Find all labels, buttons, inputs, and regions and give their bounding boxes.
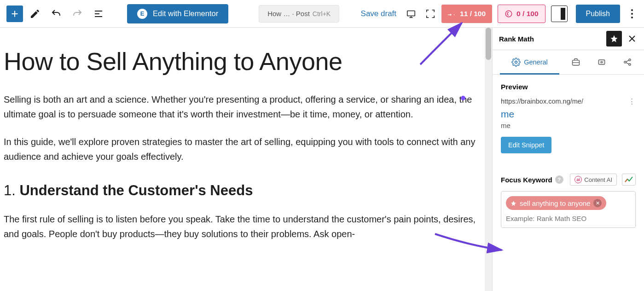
svg-point-9 [624, 61, 626, 63]
top-toolbar: E Edit with Elementor How … · Post Ctrl+… [0, 0, 644, 28]
scrollbar-thumb[interactable] [486, 28, 491, 60]
svg-point-5 [515, 61, 517, 64]
edit-with-elementor-button[interactable]: E Edit with Elementor [127, 4, 228, 23]
tab-social[interactable] [615, 50, 640, 74]
star-icon [610, 35, 618, 43]
star-icon [511, 200, 516, 206]
sidebar-toggle-button[interactable] [551, 6, 568, 22]
undo-button[interactable] [47, 5, 65, 23]
schema-icon [597, 58, 606, 67]
command-shortcut: Ctrl+K [313, 10, 331, 17]
seo-score-value: 11 / 100 [460, 10, 486, 18]
close-sidebar-button[interactable] [627, 33, 638, 44]
editor-canvas[interactable]: How to Sell Anything to Anyone Selling i… [0, 28, 485, 291]
svg-point-2 [631, 9, 633, 11]
document-outline-button[interactable] [89, 5, 108, 23]
preview-url-menu[interactable]: ⋮ [628, 98, 636, 105]
save-draft-button[interactable]: Save draft [361, 9, 397, 18]
tab-advanced[interactable] [563, 50, 589, 74]
add-block-button[interactable] [6, 6, 23, 22]
svg-point-4 [631, 17, 633, 18]
svg-point-3 [631, 13, 633, 15]
tab-label: General [524, 58, 548, 66]
svg-point-11 [629, 64, 631, 65]
gear-icon [511, 58, 521, 67]
post-title[interactable]: How to Sell Anything to Anyone [4, 47, 481, 76]
svg-point-1 [505, 11, 512, 17]
paragraph-block[interactable]: The first rule of selling is to listen b… [4, 212, 481, 241]
preview-title: me [501, 109, 636, 120]
pin-icon [448, 10, 456, 18]
share-icon [623, 58, 632, 67]
preview-description: me [501, 122, 636, 129]
publish-label: Publish [586, 10, 610, 18]
preview-url-text: https://brainbox.com.ng/me/ [501, 98, 583, 105]
focus-keyword-input[interactable] [506, 215, 631, 222]
publish-button[interactable]: Publish [576, 5, 620, 23]
tab-general[interactable]: General [496, 50, 563, 74]
svg-rect-0 [407, 11, 415, 16]
star-button[interactable] [606, 31, 622, 47]
keyword-pill-text: sell anything to anyone [520, 199, 590, 207]
ai-score-value: 0 / 100 [516, 10, 538, 18]
ai-icon [505, 10, 513, 18]
briefcase-icon [571, 58, 580, 67]
svg-point-10 [629, 59, 631, 61]
view-desktop-icon[interactable] [403, 6, 419, 22]
edit-tool-button[interactable] [26, 5, 44, 23]
trends-button[interactable] [622, 174, 636, 186]
trend-icon [625, 176, 633, 183]
edit-snippet-button[interactable]: Edit Snippet [501, 137, 551, 153]
sidebar-title: Rank Math [499, 35, 602, 43]
content-ai-button[interactable]: ai Content AI [570, 174, 617, 186]
rank-math-sidebar: Rank Math General Preview [492, 28, 644, 291]
paragraph-block[interactable]: In this guide, we'll explore proven stra… [4, 134, 481, 164]
floating-action-indicator[interactable] [461, 96, 465, 100]
svg-rect-7 [598, 60, 604, 64]
more-options-button[interactable] [627, 9, 638, 18]
view-responsive-icon[interactable] [422, 6, 439, 22]
elementor-icon: E [137, 9, 147, 19]
tab-schema[interactable] [589, 50, 615, 74]
preview-section-title: Preview [501, 83, 636, 91]
command-label: How … · Post [267, 10, 310, 17]
remove-keyword-button[interactable]: ✕ [593, 199, 602, 207]
focus-keyword-box[interactable]: sell anything to anyone ✕ [501, 191, 636, 228]
help-icon[interactable]: ? [555, 175, 563, 184]
content-ai-score-badge[interactable]: 0 / 100 [498, 5, 545, 23]
ai-circle-icon: ai [574, 176, 582, 183]
paragraph-block[interactable]: Selling is both an art and a science. Wh… [4, 92, 481, 122]
elementor-label: Edit with Elementor [153, 9, 218, 18]
close-icon [628, 35, 636, 42]
sidebar-tabs: General [493, 50, 644, 75]
focus-keyword-label: Focus Keyword [501, 176, 552, 184]
keyword-pill: sell anything to anyone ✕ [506, 196, 606, 210]
svg-point-8 [601, 61, 602, 63]
command-palette-button[interactable]: How … · Post Ctrl+K [259, 5, 339, 23]
heading-block[interactable]: 1. Understand the Customer's Needs [4, 182, 481, 199]
redo-button[interactable] [68, 5, 87, 23]
seo-score-badge[interactable]: 11 / 100 [441, 5, 492, 23]
vertical-scrollbar[interactable] [485, 28, 492, 291]
